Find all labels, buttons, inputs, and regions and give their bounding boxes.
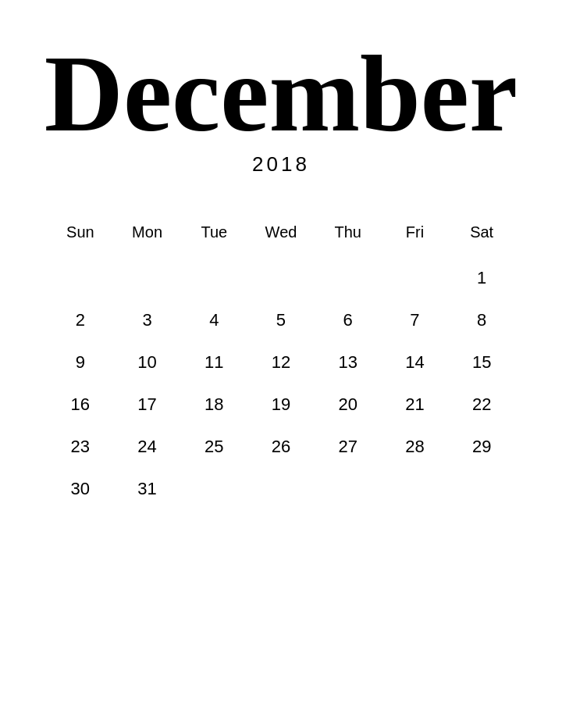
- day-empty: [315, 257, 382, 299]
- day-7: 7: [382, 299, 449, 341]
- day-empty: [382, 468, 449, 510]
- day-8: 8: [448, 299, 515, 341]
- day-header-mon: Mon: [114, 216, 181, 257]
- day-4: 4: [180, 299, 247, 341]
- day-27: 27: [315, 426, 382, 468]
- day-empty: [47, 257, 114, 299]
- day-empty: [382, 257, 449, 299]
- day-empty: [448, 468, 515, 510]
- day-5: 5: [247, 299, 315, 341]
- day-14: 14: [382, 341, 449, 384]
- day-6: 6: [315, 299, 382, 341]
- month-title: December: [44, 39, 518, 148]
- day-20: 20: [315, 384, 382, 426]
- day-13: 13: [315, 341, 382, 384]
- day-9: 9: [47, 341, 114, 384]
- day-11: 11: [180, 341, 247, 384]
- day-header-fri: Fri: [382, 216, 449, 257]
- day-2: 2: [47, 299, 114, 341]
- day-16: 16: [47, 384, 114, 426]
- day-26: 26: [247, 426, 315, 468]
- day-15: 15: [448, 341, 515, 384]
- day-29: 29: [448, 426, 515, 468]
- day-19: 19: [247, 384, 315, 426]
- day-header-thu: Thu: [315, 216, 382, 257]
- day-24: 24: [114, 426, 181, 468]
- calendar-grid: Sun Mon Tue Wed Thu Fri Sat 1 2 3 4 5 6 …: [47, 216, 515, 510]
- day-25: 25: [180, 426, 247, 468]
- day-header-sun: Sun: [47, 216, 114, 257]
- day-1: 1: [448, 257, 515, 299]
- day-31: 31: [114, 468, 181, 510]
- day-30: 30: [47, 468, 114, 510]
- day-21: 21: [382, 384, 449, 426]
- day-3: 3: [114, 299, 181, 341]
- day-18: 18: [180, 384, 247, 426]
- calendar-container: Sun Mon Tue Wed Thu Fri Sat 1 2 3 4 5 6 …: [47, 216, 515, 510]
- day-header-wed: Wed: [247, 216, 315, 257]
- day-header-tue: Tue: [180, 216, 247, 257]
- day-17: 17: [114, 384, 181, 426]
- day-12: 12: [247, 341, 315, 384]
- day-22: 22: [448, 384, 515, 426]
- day-empty: [180, 468, 247, 510]
- day-empty: [247, 257, 315, 299]
- day-empty: [315, 468, 382, 510]
- day-empty: [247, 468, 315, 510]
- day-23: 23: [47, 426, 114, 468]
- day-header-sat: Sat: [448, 216, 515, 257]
- year-label: 2018: [252, 152, 310, 177]
- day-empty: [114, 257, 181, 299]
- day-10: 10: [114, 341, 181, 384]
- page: December 2018 Sun Mon Tue Wed Thu Fri Sa…: [0, 0, 562, 728]
- day-28: 28: [382, 426, 449, 468]
- day-empty: [180, 257, 247, 299]
